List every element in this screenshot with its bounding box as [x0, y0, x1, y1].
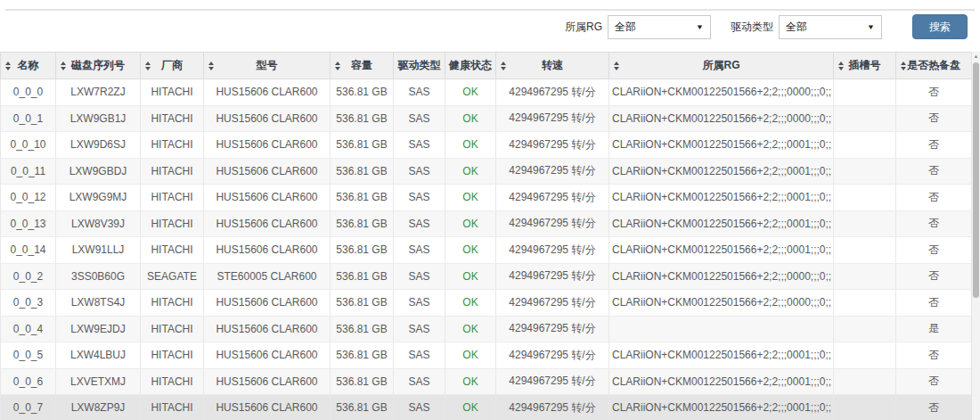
scroll-up-arrow-icon[interactable]: ▲: [972, 52, 980, 61]
cell-vendor: HITACHI: [141, 342, 204, 369]
cell-serial: LXW7R2ZJ: [56, 79, 141, 106]
cell-slot: [834, 210, 896, 237]
filter-bar: 所属RG 全部 ▼ 驱动类型 全部 ▼ 搜索: [0, 0, 980, 52]
cell-rg: CLARiiON+CKM00122501566+2;2;;;0000;;;0;;: [609, 105, 834, 132]
table-row[interactable]: 0_0_14LXW91LLJHITACHIHUS15606 CLAR600536…: [1, 237, 972, 264]
cell-vendor: HITACHI: [141, 210, 204, 237]
cell-model: HUS15606 CLAR600: [204, 79, 331, 106]
cell-drive-type: SAS: [394, 395, 445, 420]
search-button[interactable]: 搜索: [912, 14, 968, 39]
column-header-vendor[interactable]: 厂商: [141, 53, 204, 79]
cell-rpm: 4294967295 转/分: [496, 395, 609, 420]
cell-serial: LXW8TS4J: [56, 290, 141, 317]
cell-rpm: 4294967295 转/分: [496, 210, 609, 237]
cell-slot: [834, 105, 896, 132]
cell-rg: CLARiiON+CKM00122501566+2;2;;;0000;;;0;;: [609, 290, 834, 317]
table-row[interactable]: 0_0_5LXW4LBUJHITACHIHUS15606 CLAR600536.…: [1, 342, 972, 369]
cell-slot: [834, 158, 896, 185]
table-row[interactable]: 0_0_12LXW9G9MJHITACHIHUS15606 CLAR600536…: [1, 185, 972, 211]
cell-capacity: 536.81 GB: [331, 263, 394, 290]
cell-drive-type: SAS: [394, 342, 445, 369]
column-header-serial[interactable]: 磁盘序列号: [56, 53, 141, 79]
cell-vendor: HITACHI: [141, 105, 204, 132]
cell-drive-type: SAS: [394, 290, 445, 317]
column-header-hot-spare[interactable]: 是否热备盘: [896, 53, 972, 79]
column-label: 驱动类型: [398, 59, 441, 71]
cell-hot-spare: 否: [896, 290, 972, 317]
column-header-model[interactable]: 型号: [204, 53, 331, 79]
cell-health: OK: [445, 210, 496, 237]
cell-model: HUS15606 CLAR600: [204, 395, 331, 420]
cell-rpm: 4294967295 转/分: [496, 158, 609, 185]
column-header-name[interactable]: 名称: [1, 53, 56, 79]
table-row[interactable]: 0_0_13LXW8V39JHITACHIHUS15606 CLAR600536…: [1, 210, 972, 237]
cell-capacity: 536.81 GB: [331, 185, 394, 211]
column-header-drive-type[interactable]: 驱动类型: [394, 53, 445, 79]
cell-model: HUS15606 CLAR600: [204, 105, 331, 132]
cell-drive-type: SAS: [394, 237, 445, 264]
column-header-rpm[interactable]: 转速: [496, 53, 609, 79]
cell-capacity: 536.81 GB: [331, 237, 394, 264]
rg-filter-select[interactable]: 全部 ▼: [608, 15, 711, 39]
column-header-rg[interactable]: 所属RG: [609, 53, 834, 79]
column-label: 厂商: [161, 59, 183, 71]
column-label: 转速: [542, 59, 563, 71]
cell-capacity: 536.81 GB: [331, 132, 394, 159]
cell-serial: LXW9D6SJ: [56, 132, 141, 159]
column-label: 型号: [257, 59, 278, 71]
cell-health: OK: [445, 105, 496, 132]
column-label: 名称: [18, 59, 39, 71]
table-row[interactable]: 0_0_23SS0B60GSEAGATESTE60005 CLAR600536.…: [1, 263, 972, 290]
cell-drive-type: SAS: [394, 316, 445, 342]
cell-health: OK: [445, 342, 496, 369]
cell-vendor: HITACHI: [141, 316, 204, 342]
cell-name: 0_0_3: [1, 290, 56, 317]
cell-vendor: HITACHI: [141, 290, 204, 317]
cell-rpm: 4294967295 转/分: [496, 316, 609, 342]
cell-name: 0_0_1: [1, 105, 56, 132]
table-row[interactable]: 0_0_11LXW9GBDJHITACHIHUS15606 CLAR600536…: [1, 158, 972, 185]
drive-type-filter-label: 驱动类型: [731, 20, 773, 35]
column-header-slot[interactable]: 插槽号: [834, 53, 896, 79]
table-row[interactable]: 0_0_6LXVETXMJHITACHIHUS15606 CLAR600536.…: [1, 368, 972, 395]
table-row[interactable]: 0_0_7LXW8ZP9JHITACHIHUS15606 CLAR600536.…: [1, 395, 972, 420]
sort-icon: [61, 62, 66, 70]
cell-serial: LXW9G9MJ: [56, 185, 141, 211]
column-header-health[interactable]: 健康状态: [445, 53, 496, 79]
cell-vendor: HITACHI: [141, 237, 204, 264]
cell-rpm: 4294967295 转/分: [496, 185, 609, 211]
drive-type-filter-select[interactable]: 全部 ▼: [779, 15, 882, 39]
sort-icon: [614, 62, 619, 70]
cell-vendor: HITACHI: [141, 368, 204, 395]
cell-rg: CLARiiON+CKM00122501566+2;2;;;0001;;;0;;: [609, 210, 834, 237]
cell-name: 0_0_10: [1, 132, 56, 159]
sort-icon: [145, 62, 151, 70]
top-divider: [5, 9, 975, 11]
cell-vendor: SEAGATE: [141, 263, 204, 290]
cell-rg: CLARiiON+CKM00122501566+2;2;;;0001;;;0;;: [609, 237, 834, 264]
sort-icon: [335, 62, 340, 70]
table-row[interactable]: 0_0_10LXW9D6SJHITACHIHUS15606 CLAR600536…: [1, 132, 972, 159]
cell-slot: [834, 185, 896, 211]
scrollbar-thumb[interactable]: [973, 62, 979, 298]
cell-name: 0_0_2: [1, 263, 56, 290]
table-row[interactable]: 0_0_1LXW9GB1JHITACHIHUS15606 CLAR600536.…: [1, 105, 972, 132]
table-row[interactable]: 0_0_4LXW9EJDJHITACHIHUS15606 CLAR600536.…: [1, 316, 972, 342]
table-row[interactable]: 0_0_0LXW7R2ZJHITACHIHUS15606 CLAR600536.…: [1, 79, 972, 106]
cell-serial: LXVETXMJ: [56, 368, 141, 395]
cell-capacity: 536.81 GB: [331, 368, 394, 395]
cell-health: OK: [445, 79, 496, 106]
cell-slot: [834, 395, 896, 420]
table-row[interactable]: 0_0_3LXW8TS4JHITACHIHUS15606 CLAR600536.…: [1, 290, 972, 317]
disk-table: 名称磁盘序列号厂商型号容量驱动类型健康状态转速所属RG插槽号是否热备盘 0_0_…: [0, 52, 971, 420]
cell-hot-spare: 否: [896, 79, 972, 106]
cell-drive-type: SAS: [394, 158, 445, 185]
cell-model: HUS15606 CLAR600: [204, 290, 331, 317]
cell-rpm: 4294967295 转/分: [496, 342, 609, 369]
cell-drive-type: SAS: [394, 368, 445, 395]
column-header-capacity[interactable]: 容量: [331, 53, 394, 79]
cell-serial: 3SS0B60G: [56, 263, 141, 290]
vertical-scrollbar[interactable]: ▲: [971, 52, 980, 420]
sort-icon: [450, 62, 455, 70]
cell-hot-spare: 否: [896, 342, 972, 369]
